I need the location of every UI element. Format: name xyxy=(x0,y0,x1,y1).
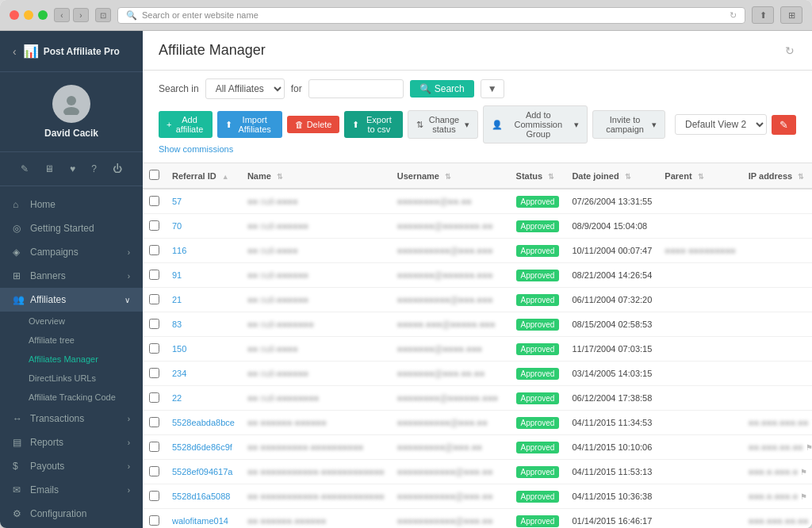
row-checkbox-cell xyxy=(143,435,166,460)
delete-button[interactable]: 🗑 Delete xyxy=(287,116,340,133)
show-commissions-button[interactable]: Show commissions xyxy=(159,144,233,154)
monitor-icon[interactable]: 🖥 xyxy=(41,160,57,178)
edit-icon[interactable]: ✎ xyxy=(17,160,32,178)
sidebar-item-banners[interactable]: ⊞ Banners › xyxy=(0,264,143,288)
view-edit-button[interactable]: ✎ xyxy=(772,115,796,135)
affiliates-icon: 👥 xyxy=(13,294,24,305)
search-button[interactable]: 🔍 Search xyxy=(410,80,474,98)
row-checkbox[interactable] xyxy=(149,196,159,206)
row-status: Approved xyxy=(510,337,566,362)
view-button[interactable]: ⊡ xyxy=(95,8,111,22)
view-select[interactable]: Default View 2 xyxy=(675,114,767,135)
row-ip: ●●.●●●.●●.●● ⚑ xyxy=(742,435,812,460)
sidebar-item-configuration[interactable]: ⚙ Configuration xyxy=(0,502,143,526)
chevron-down-icon: ∨ xyxy=(124,296,130,304)
row-checkbox[interactable] xyxy=(149,220,159,231)
sidebar-item-campaigns[interactable]: ◈ Campaigns › xyxy=(0,240,143,264)
row-ip: ●●.●●●.●●●.●● ⚑ xyxy=(742,411,812,435)
sidebar-item-emails[interactable]: ✉ Emails › xyxy=(0,478,143,502)
affiliates-table: Referral ID ▲ Name ⇅ Username ⇅ xyxy=(143,163,812,528)
sort-icon: ⇅ xyxy=(445,173,451,181)
row-referral-id: 234 xyxy=(166,362,241,386)
group-icon: 👤 xyxy=(492,120,503,130)
export-button[interactable]: ⬆ Export to csv xyxy=(344,111,403,138)
sidebar-sub-item-tracking-code[interactable]: Affiliate Tracking Code xyxy=(0,388,143,407)
row-checkbox[interactable] xyxy=(149,442,159,452)
close-button[interactable] xyxy=(10,10,19,20)
sidebar-item-getting-started[interactable]: ◎ Getting Started xyxy=(0,216,143,240)
row-checkbox[interactable] xyxy=(149,392,159,403)
header-username[interactable]: Username ⇅ xyxy=(391,163,510,189)
header-parent[interactable]: Parent ⇅ xyxy=(658,163,741,189)
row-checkbox[interactable] xyxy=(149,294,159,304)
row-checkbox[interactable] xyxy=(149,368,159,378)
filter-button[interactable]: ▼ xyxy=(481,79,504,98)
table-row: walofitame014 ●● ●●●●●●.●●●●●● ●●●●●●●●●… xyxy=(143,509,812,529)
forward-button[interactable]: › xyxy=(73,8,89,22)
search-select[interactable]: All Affiliates xyxy=(205,78,285,99)
row-checkbox[interactable] xyxy=(149,417,159,427)
row-date-joined: 04/11/2015 11:34:53 xyxy=(565,411,658,435)
row-ip xyxy=(742,386,812,411)
row-checkbox[interactable] xyxy=(149,491,159,501)
add-commission-group-button[interactable]: 👤 Add to Commission Group ▾ xyxy=(483,105,588,143)
sidebar-item-affiliates[interactable]: 👥 Affiliates ∨ xyxy=(0,288,143,312)
row-status: Approved xyxy=(510,509,566,529)
sidebar-item-payouts[interactable]: $ Payouts › xyxy=(0,454,143,478)
chevron-right-icon: › xyxy=(128,415,130,423)
row-name: ●● null-●●●●●● xyxy=(241,263,391,288)
invite-campaign-button[interactable]: Invite to campaign ▾ xyxy=(592,110,665,139)
header-date-joined[interactable]: Date joined ⇅ xyxy=(565,163,658,189)
transactions-icon: ↔ xyxy=(13,413,24,424)
sidebar-back-icon[interactable]: ‹ xyxy=(13,45,17,58)
refresh-icon[interactable]: ↻ xyxy=(783,43,796,59)
sidebar-sub-item-affiliate-tree[interactable]: Affiliate tree xyxy=(0,331,143,350)
table-row: 70 ●● null-●●●●●● ●●●●●●●@●●●●●●●.●● App… xyxy=(143,214,812,239)
row-checkbox[interactable] xyxy=(149,466,159,476)
row-date-joined: 08/9/2004 15:04:08 xyxy=(565,214,658,239)
new-tab-button[interactable]: ⊞ xyxy=(780,6,802,24)
add-affiliate-button[interactable]: + Add affiliate xyxy=(159,111,213,138)
reload-icon[interactable]: ↻ xyxy=(730,10,737,21)
row-checkbox[interactable] xyxy=(149,245,159,255)
row-referral-id: 91 xyxy=(166,263,241,288)
export-icon: ⬆ xyxy=(352,120,359,130)
power-icon[interactable]: ⏻ xyxy=(109,160,125,178)
sidebar-sub-item-affiliates-manager[interactable]: Affiliates Manager xyxy=(0,350,143,369)
header-status[interactable]: Status ⇅ xyxy=(510,163,566,189)
sidebar-item-reports[interactable]: ▤ Reports › xyxy=(0,430,143,454)
change-status-button[interactable]: ⇅ Change status ▾ xyxy=(408,110,477,139)
row-checkbox[interactable] xyxy=(149,270,159,280)
back-button[interactable]: ‹ xyxy=(54,8,70,22)
help-icon[interactable]: ? xyxy=(88,160,100,178)
row-date-joined: 03/14/2005 14:03:15 xyxy=(565,362,658,386)
row-status: Approved xyxy=(510,263,566,288)
row-checkbox[interactable] xyxy=(149,515,159,526)
minimize-button[interactable] xyxy=(24,10,33,20)
import-affiliates-button[interactable]: ⬆ Import Affiliates xyxy=(217,111,282,138)
row-referral-id: 150 xyxy=(166,337,241,362)
sidebar-item-home[interactable]: ⌂ Home xyxy=(0,193,143,216)
banners-icon: ⊞ xyxy=(13,270,24,281)
sidebar-item-transactions[interactable]: ↔ Transactions › xyxy=(0,407,143,430)
address-bar[interactable]: 🔍 Search or enter website name ↻ xyxy=(117,7,745,24)
row-status: Approved xyxy=(510,435,566,460)
header-name[interactable]: Name ⇅ xyxy=(241,163,391,189)
chevron-down-icon: ▾ xyxy=(574,120,579,130)
row-parent: ●●●● ●●●●●●●●● xyxy=(658,239,741,263)
row-checkbox[interactable] xyxy=(149,343,159,354)
header-ip-address[interactable]: IP address ⇅ xyxy=(742,163,812,189)
sidebar-sub-item-overview[interactable]: Overview xyxy=(0,312,143,331)
maximize-button[interactable] xyxy=(38,10,48,20)
select-all-checkbox[interactable] xyxy=(149,170,159,180)
sidebar-sub-item-directlinks[interactable]: DirectLinks URLs xyxy=(0,369,143,388)
search-input[interactable] xyxy=(308,79,404,98)
row-status: Approved xyxy=(510,386,566,411)
nav-item-label: Emails xyxy=(30,484,59,495)
header-referral-id[interactable]: Referral ID ▲ xyxy=(166,163,241,189)
heart-icon[interactable]: ♥ xyxy=(67,160,79,178)
row-checkbox[interactable] xyxy=(149,319,159,329)
row-referral-id: 5528d6de86c9f xyxy=(166,435,241,460)
share-button[interactable]: ⬆ xyxy=(752,6,774,24)
table-row: 234 ●● null-●●●●●● ●●●●●●●@●●●.●●.●● App… xyxy=(143,362,812,386)
